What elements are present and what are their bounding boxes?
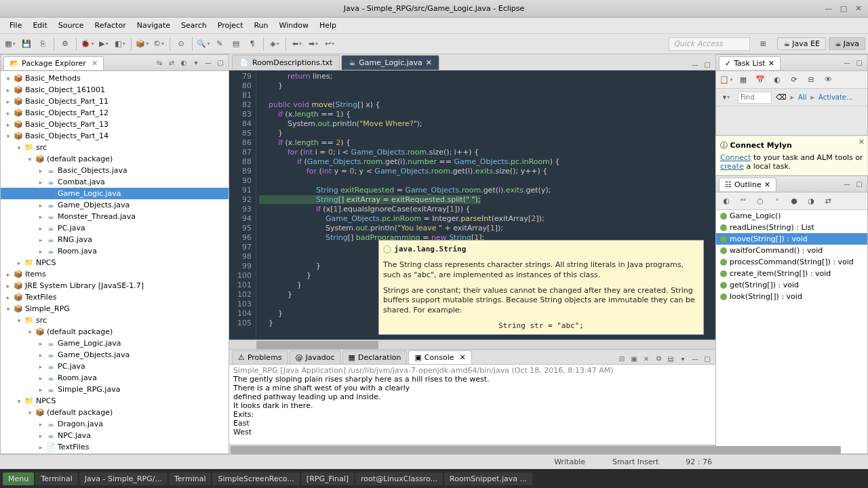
minimize-editor-icon[interactable]: —: [690, 59, 701, 70]
menu-project[interactable]: Project: [212, 19, 249, 32]
code-editor[interactable]: 7980818283848586878889909192939495969798…: [229, 70, 715, 340]
maximize-view-icon[interactable]: □: [215, 58, 226, 68]
tree-node[interactable]: ▸☕Combat.java: [1, 176, 229, 188]
link-button[interactable]: ⇄: [821, 194, 835, 209]
close-tab-icon[interactable]: ✕: [764, 180, 770, 189]
package-explorer-tab[interactable]: 📂 Package Explorer ✕: [3, 56, 104, 70]
close-tab-icon[interactable]: ✕: [92, 59, 98, 68]
clear-find-icon[interactable]: ⌫: [776, 93, 787, 102]
taskbar-item[interactable]: Terminal: [35, 472, 78, 485]
connect-link[interactable]: Connect: [720, 153, 751, 162]
find-input[interactable]: [738, 92, 772, 104]
toggle-block-button[interactable]: ▤: [229, 37, 243, 52]
save-all-button[interactable]: ⎘: [35, 37, 50, 52]
tree-node[interactable]: ▸📦TextFiles: [1, 291, 229, 303]
bottom-tab-declaration[interactable]: ▦Declaration: [342, 350, 408, 364]
open-perspective-button[interactable]: ⊞: [755, 37, 770, 52]
console-tool[interactable]: ⧉: [653, 353, 664, 364]
filter-button[interactable]: ▾: [719, 90, 734, 105]
menu-edit[interactable]: Edit: [27, 19, 52, 32]
outline-item[interactable]: Game_Logic(): [716, 210, 867, 222]
tree-node[interactable]: ▸☕PC.java: [1, 361, 229, 372]
tree-node[interactable]: ▸📁NPCS: [1, 257, 229, 268]
menu-refactor[interactable]: Refactor: [90, 19, 132, 32]
close-tab-icon[interactable]: ✕: [426, 58, 432, 67]
tree-node[interactable]: ▸☕Basic_Objects.java: [1, 165, 229, 176]
toggle-mark-button[interactable]: ✎: [212, 37, 227, 52]
sort-button[interactable]: ᵃᶻ: [736, 194, 751, 209]
menu-source[interactable]: Source: [53, 19, 90, 32]
taskbar-item[interactable]: Terminal: [169, 472, 212, 485]
perspective-javaee[interactable]: ☕ Java EE: [777, 37, 826, 50]
search-button[interactable]: 🔍: [196, 37, 211, 52]
bottom-tab-console[interactable]: ▣Console✕: [408, 350, 471, 364]
tree-node[interactable]: ▸☕Simple_RPG.java: [1, 384, 229, 395]
console-tool[interactable]: —: [690, 353, 701, 364]
outline-item[interactable]: move(String[]) : void: [716, 233, 867, 245]
minimize-icon[interactable]: —: [823, 3, 834, 14]
collapse-button[interactable]: ⊟: [804, 73, 818, 87]
debug-button[interactable]: 🐞: [80, 37, 95, 52]
tree-node[interactable]: ▾📦(default package): [1, 153, 229, 165]
view-menu-icon[interactable]: ▾: [191, 58, 201, 68]
tree-node[interactable]: ▸☕Game_Objects.java: [1, 349, 229, 361]
menu-help[interactable]: Help: [314, 19, 342, 32]
coverage-button[interactable]: ◧: [113, 37, 127, 52]
hide-fields-button[interactable]: ○: [753, 194, 768, 209]
back-button[interactable]: ⬅: [290, 37, 304, 52]
task-list-tab[interactable]: ✓ Task List ✕: [719, 56, 781, 70]
tree-node[interactable]: ▸☕PC.java: [1, 222, 229, 234]
console-hscroll[interactable]: [229, 445, 715, 454]
quick-access-input[interactable]: Quick Access: [669, 37, 750, 51]
tree-node[interactable]: ▸☕RNG.java: [1, 234, 229, 245]
focus-task-icon[interactable]: ◐: [178, 58, 189, 68]
outline-item[interactable]: waitforCommand() : void: [716, 245, 867, 256]
editor-hscroll[interactable]: [229, 340, 715, 349]
tree-node[interactable]: ▸☕Game_Logic.java: [1, 338, 229, 349]
outline-tab[interactable]: ☷ Outline ✕: [719, 178, 776, 191]
tree-node[interactable]: ▸📦Basic_Objects_Part_11: [1, 96, 229, 107]
editor-tab-gamelogic[interactable]: ☕ Game_Logic.java ✕: [341, 55, 439, 70]
schedule-button[interactable]: 📅: [753, 73, 768, 87]
new-task-button[interactable]: 📋: [719, 73, 734, 87]
tree-node[interactable]: ▾📦Simple_RPG: [1, 303, 229, 314]
hide-nonpublic-button[interactable]: ●: [787, 194, 802, 209]
tree-node[interactable]: ▸📦Basic_Object_161001: [1, 84, 229, 96]
taskbar-item[interactable]: RoomSnippet.java ...: [444, 472, 532, 485]
tree-node[interactable]: ▾📁NPCS: [1, 395, 229, 407]
activate-link[interactable]: Activate...: [818, 94, 853, 101]
maximize-view-icon[interactable]: □: [854, 179, 865, 190]
outline-item[interactable]: processCommand(String[]) : void: [716, 256, 867, 268]
tree-node[interactable]: ▸📦Basic_Objects_Part_12: [1, 107, 229, 119]
close-tab-icon[interactable]: ✕: [768, 59, 774, 68]
taskbar-item[interactable]: Menu: [3, 472, 34, 485]
tree-node[interactable]: ▸☕NPC.java: [1, 430, 229, 441]
tree-node[interactable]: ▸📦JRE System Library [JavaSE-1.7]: [1, 280, 229, 291]
menu-navigate[interactable]: Navigate: [132, 19, 176, 32]
tree-node[interactable]: ▾📁src: [1, 314, 229, 326]
console-tool[interactable]: □: [702, 353, 713, 364]
minimize-view-icon[interactable]: —: [842, 58, 852, 68]
hide-static-button[interactable]: ˢ: [770, 194, 785, 209]
menu-file[interactable]: File: [4, 19, 27, 32]
bottom-tab-javadoc[interactable]: @Javadoc: [290, 350, 341, 364]
close-mylyn-icon[interactable]: ✕: [859, 138, 865, 146]
new-package-button[interactable]: 📦: [135, 37, 150, 52]
perspective-java[interactable]: ☕ Java: [829, 37, 865, 50]
tree-node[interactable]: ▾📁src: [1, 142, 229, 153]
tree-node[interactable]: ▸☕Monster_Thread.java: [1, 211, 229, 222]
annotation-button[interactable]: ◈: [267, 37, 282, 52]
open-type-button[interactable]: ⊙: [174, 37, 189, 52]
all-link[interactable]: All: [798, 94, 806, 101]
hide-local-button[interactable]: ◑: [804, 194, 818, 209]
tree-node[interactable]: ▸📦Items: [1, 268, 229, 280]
close-icon[interactable]: ✕: [853, 3, 864, 14]
minimize-view-icon[interactable]: —: [842, 179, 852, 190]
minimize-view-icon[interactable]: —: [203, 58, 214, 68]
menu-search[interactable]: Search: [176, 19, 212, 32]
focus-active-button[interactable]: ◐: [719, 194, 734, 209]
tree-node[interactable]: ▾📦(default package): [1, 326, 229, 338]
create-link[interactable]: create: [720, 162, 744, 171]
menu-window[interactable]: Window: [274, 19, 314, 32]
last-edit-button[interactable]: ↩: [322, 37, 337, 52]
